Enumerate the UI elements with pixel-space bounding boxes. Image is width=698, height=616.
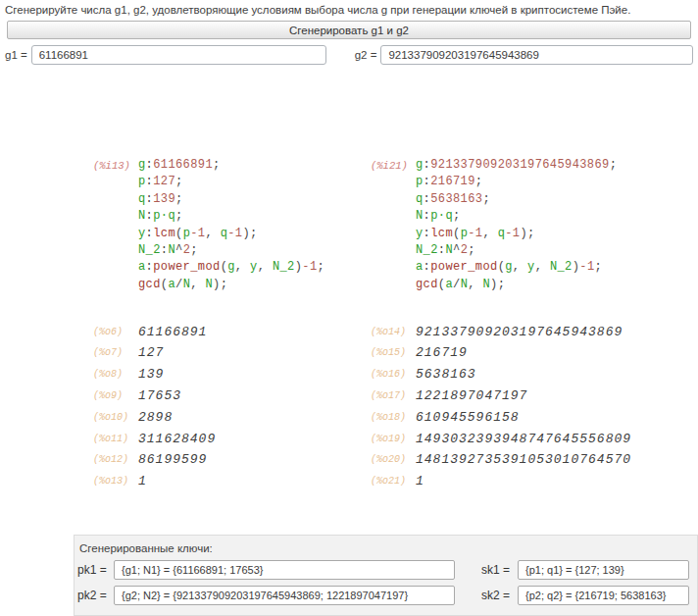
maxima-code-line: a:power_mod(g, y, N_2)-1; — [138, 259, 371, 276]
maxima-output-row: (%o21)1 — [371, 471, 698, 492]
maxima-output-row: (%o19)1493032393948747645556809 — [371, 428, 698, 449]
maxima-output-label: (%o18) — [371, 412, 416, 423]
maxima-output-label: (%o14) — [371, 327, 416, 337]
maxima-outputs: (%o6)61166891(%o7)127(%o8)139(%o9)17653(… — [93, 321, 371, 491]
maxima-output-row: (%o13)1 — [93, 471, 371, 492]
maxima-output-label: (%o15) — [371, 347, 416, 358]
maxima-code-line: y:lcm(p-1, q-1); — [416, 226, 698, 242]
maxima-output-label: (%o17) — [371, 390, 416, 401]
maxima-output-row: (%o11)311628409 — [93, 428, 371, 449]
maxima-code-line: y:lcm(p-1, q-1); — [138, 226, 371, 242]
maxima-output-value: 921337909203197645943869 — [416, 325, 623, 339]
maxima-code-line: gcd(a/N, N); — [138, 277, 371, 293]
maxima-output-row: (%o14)921337909203197645943869 — [371, 321, 698, 342]
maxima-code-line: N:p·q; — [138, 208, 371, 225]
sk2-label: sk2 = — [481, 589, 518, 602]
maxima-output-label: (%o8) — [93, 369, 138, 380]
maxima-code-line: q:139; — [138, 191, 371, 208]
maxima-output-row: (%o16)5638163 — [371, 364, 698, 385]
maxima-output-label: (%o19) — [371, 434, 416, 444]
pk2-input[interactable] — [114, 586, 455, 605]
sk2-input[interactable] — [518, 586, 689, 605]
maxima-code-line: a:power_mod(g, y, N_2)-1; — [416, 259, 698, 276]
g2-label: g2 = — [350, 49, 381, 61]
maxima-output-value: 1481392735391053010764570 — [416, 452, 631, 467]
maxima-output-value: 139 — [138, 367, 164, 382]
maxima-output-value: 5638163 — [416, 367, 476, 382]
pk1-input[interactable] — [114, 560, 455, 580]
maxima-output-value: 216719 — [416, 345, 468, 360]
maxima-code-line: N:p·q; — [416, 208, 698, 225]
maxima-code-line: g:61166891; — [138, 157, 371, 174]
maxima-output-label: (%o20) — [371, 454, 416, 465]
maxima-code-line: gcd(a/N, N); — [416, 277, 698, 293]
maxima-output-row: (%o12)86199599 — [93, 449, 371, 471]
maxima-output-label: (%o21) — [371, 476, 416, 487]
maxima-output-value: 17653 — [138, 388, 181, 403]
maxima-output-value: 61166891 — [138, 325, 207, 339]
keys-row-1: pk1 = sk1 = — [75, 560, 697, 580]
g-inputs-row: g1 = g2 = — [0, 45, 698, 65]
keys-row-2: pk2 = sk2 = — [75, 586, 697, 605]
maxima-output-value: 1221897047197 — [416, 388, 527, 403]
maxima-code-block: (%i21)g:921337909203197645943869;p:21671… — [371, 157, 698, 293]
g1-input[interactable] — [31, 45, 326, 65]
maxima-area: (%i13)g:61166891;p:127;q:139;N:p·q;y:lcm… — [93, 157, 698, 492]
maxima-output-label: (%o13) — [93, 476, 138, 487]
maxima-output-row: (%o20)1481392735391053010764570 — [371, 449, 698, 471]
maxima-output-value: 2898 — [138, 410, 173, 425]
maxima-output-value: 610945596158 — [416, 410, 520, 425]
pk1-label: pk1 = — [77, 563, 114, 577]
maxima-code-line: p:127; — [138, 174, 371, 190]
maxima-output-value: 1493032393948747645556809 — [416, 432, 631, 446]
maxima-code-line: q:5638163; — [416, 191, 698, 208]
maxima-output-row: (%o9)17653 — [93, 385, 371, 407]
maxima-column: (%i21)g:921337909203197645943869;p:21671… — [371, 157, 698, 492]
keys-panel: Сгенерированные ключи: pk1 = sk1 = pk2 =… — [74, 535, 698, 616]
instruction-text: Сгенерируйте числа g1, g2, удовлетворяющ… — [0, 0, 698, 18]
pk2-label: pk2 = — [77, 589, 114, 602]
maxima-output-row: (%o10)2898 — [93, 406, 371, 428]
maxima-output-label: (%o9) — [93, 390, 138, 401]
maxima-code-line: g:921337909203197645943869; — [416, 157, 698, 174]
maxima-output-row: (%o8)139 — [93, 364, 371, 385]
maxima-outputs: (%o14)921337909203197645943869(%o15)2167… — [371, 321, 698, 491]
maxima-output-row: (%o17)1221897047197 — [371, 385, 698, 407]
sk1-input[interactable] — [518, 560, 689, 580]
maxima-output-label: (%o16) — [371, 369, 416, 380]
maxima-output-row: (%o18)610945596158 — [371, 406, 698, 428]
maxima-output-row: (%o15)216719 — [371, 342, 698, 364]
maxima-output-row: (%o6)61166891 — [93, 321, 371, 342]
maxima-output-label: (%o7) — [93, 347, 138, 358]
maxima-output-value: 1 — [138, 474, 147, 488]
g1-label: g1 = — [0, 49, 31, 61]
maxima-output-value: 1 — [416, 474, 424, 488]
maxima-code-lines: g:61166891;p:127;q:139;N:p·q;y:lcm(p-1, … — [138, 157, 371, 293]
maxima-output-label: (%o12) — [93, 454, 138, 465]
generate-g1-g2-button[interactable]: Сгенерировать g1 и g2 — [7, 21, 691, 39]
g2-input[interactable] — [380, 45, 693, 65]
maxima-code-line: p:216719; — [416, 174, 698, 190]
maxima-output-label: (%o11) — [93, 434, 138, 444]
maxima-input-label: (%i13) — [93, 157, 138, 293]
keys-panel-title: Сгенерированные ключи: — [75, 536, 697, 554]
maxima-output-label: (%o6) — [93, 327, 138, 337]
sk1-label: sk1 = — [481, 563, 518, 577]
maxima-column: (%i13)g:61166891;p:127;q:139;N:p·q;y:lcm… — [93, 157, 371, 492]
maxima-code-line: N_2:N^2; — [416, 242, 698, 259]
maxima-code-lines: g:921337909203197645943869;p:216719;q:56… — [416, 157, 698, 293]
maxima-output-value: 86199599 — [138, 452, 207, 467]
maxima-output-row: (%o7)127 — [93, 342, 371, 364]
maxima-code-block: (%i13)g:61166891;p:127;q:139;N:p·q;y:lcm… — [93, 157, 371, 293]
maxima-output-value: 127 — [138, 345, 164, 360]
maxima-input-label: (%i21) — [371, 157, 416, 293]
maxima-output-label: (%o10) — [93, 412, 138, 423]
maxima-output-value: 311628409 — [138, 432, 216, 446]
maxima-code-line: N_2:N^2; — [138, 242, 371, 259]
